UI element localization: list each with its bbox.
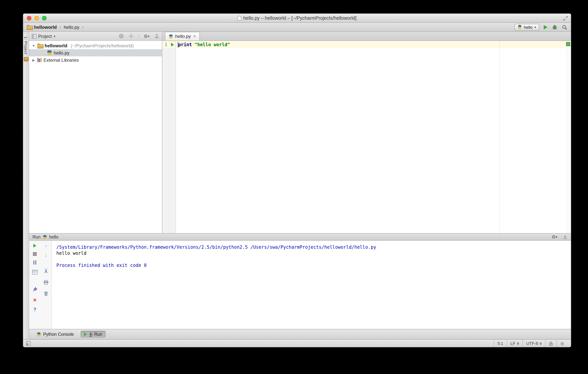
console-line: /System/Library/Frameworks/Python.framew… <box>56 244 567 250</box>
python-console-toolwindow-button[interactable]: Python Console <box>33 331 77 338</box>
right-margin-line <box>499 41 500 233</box>
zoom-window-button[interactable] <box>42 16 47 21</box>
caret-position[interactable]: 5:1 <box>494 339 507 347</box>
window-title: hello.py – helloworld – [~/PycharmProjec… <box>243 15 357 21</box>
crosshair-icon <box>128 34 133 39</box>
editor-tab-bar: hello.py ✕ <box>162 32 571 41</box>
readonly-toggle[interactable] <box>545 339 556 347</box>
gear-icon: ⚙ <box>551 235 556 239</box>
project-toolwindow-icon[interactable] <box>24 57 28 62</box>
pycharm-window: hello.py – helloworld – [~/PycharmProjec… <box>23 13 571 348</box>
document-proxy-icon <box>238 16 242 20</box>
fullscreen-icon[interactable] <box>563 16 568 21</box>
toolwindow-bar: Python Console 4: Run <box>29 329 571 339</box>
run-toolbar-column-2: ↑ ↓ <box>41 241 52 329</box>
stop-button[interactable] <box>33 252 37 256</box>
print-button[interactable] <box>43 279 48 286</box>
settings-button[interactable]: ⚙ ▾ <box>144 34 149 38</box>
tree-row-project-root[interactable]: ▼ helloworld (~/PycharmProjects/hellowor… <box>29 42 162 49</box>
help-button[interactable]: ? <box>33 307 36 312</box>
pause-output-button[interactable] <box>33 260 36 265</box>
run-toolwindow-header: Run hello ⚙ ▾ <box>29 233 571 241</box>
editor-body[interactable]: 1 print "hello world" <box>162 41 571 233</box>
show-console-button[interactable] <box>32 269 37 276</box>
prev-occurrence-button[interactable]: ↑ <box>45 244 47 248</box>
code-area[interactable]: print "hello world" <box>176 41 566 233</box>
scroll-to-end-button[interactable] <box>43 268 48 275</box>
console-line <box>56 256 567 262</box>
run-toolbar-column-1: ✕ ? <box>29 241 41 329</box>
editor-tab-hello-py[interactable]: hello.py ✕ <box>165 32 200 41</box>
hector-icon <box>560 341 565 346</box>
project-panel-header: Project ▾ <box>29 32 162 41</box>
breadcrumb-file[interactable]: hello.py <box>64 24 79 30</box>
console-output[interactable]: /System/Library/Frameworks/Python.framew… <box>52 241 571 329</box>
pin-button[interactable] <box>32 287 37 293</box>
run-settings-button[interactable]: ⚙ ▾ <box>551 235 557 239</box>
hide-toolwindow-button[interactable] <box>563 235 567 239</box>
tree-row-external-libraries[interactable]: ▶ External Libraries <box>29 56 162 64</box>
line-number: 1 <box>165 42 167 47</box>
run-toolwindow-button[interactable]: 4: Run <box>81 331 105 338</box>
code-string: "hello world" <box>194 42 230 47</box>
run-toolwindow-title: Run <box>32 235 41 239</box>
close-cross-button[interactable] <box>119 34 124 39</box>
project-toolwindow-tab[interactable]: 1: Project <box>24 36 28 54</box>
spinner-arrows-icon <box>540 342 542 345</box>
clear-console-button[interactable] <box>44 291 48 298</box>
tree-row-hello-py[interactable]: hello.py <box>29 49 162 56</box>
titlebar[interactable]: hello.py – helloworld – [~/PycharmProjec… <box>23 14 571 23</box>
collapse-all-icon <box>154 34 159 39</box>
search-icon <box>562 24 567 30</box>
code-keyword: print <box>178 42 192 47</box>
debug-button[interactable] <box>552 24 557 30</box>
libraries-icon <box>37 58 42 62</box>
folder-icon <box>37 43 43 48</box>
scroll-from-source-button[interactable] <box>128 34 133 39</box>
project-panel-title[interactable]: Project <box>38 34 52 38</box>
error-stripe <box>566 41 571 233</box>
hide-icon <box>563 235 567 239</box>
chevron-icon: › <box>59 24 61 30</box>
tree-node-name: helloworld <box>45 43 67 48</box>
python-icon <box>518 25 522 29</box>
console-icon <box>32 270 37 274</box>
tree-expanded-icon[interactable]: ▼ <box>32 44 36 47</box>
rerun-button[interactable] <box>33 244 36 247</box>
breadcrumb-project[interactable]: helloworld <box>34 24 57 30</box>
code-line-1: print "hello world" <box>176 41 566 48</box>
python-console-label: Python Console <box>43 332 74 337</box>
python-file-icon <box>169 34 173 38</box>
next-occurrence-button[interactable]: ↓ <box>45 253 47 257</box>
line-separator-select[interactable]: LF <box>507 339 523 347</box>
toolwindow-toggle-icon[interactable] <box>26 341 31 346</box>
console-line: Process finished with exit code 0 <box>56 262 567 268</box>
tree-node-path: (~/PycharmProjects/helloworld) <box>71 43 134 48</box>
run-button[interactable] <box>544 25 547 29</box>
close-toolwindow-button[interactable]: ✕ <box>33 298 37 302</box>
tree-collapsed-icon[interactable]: ▶ <box>32 58 36 62</box>
chevron-down-icon[interactable]: ▾ <box>54 34 55 38</box>
desktop: hello.py – helloworld – [~/PycharmProjec… <box>0 0 588 374</box>
editor-panel: hello.py ✕ 1 <box>162 32 571 233</box>
run-line-icon[interactable] <box>171 43 174 46</box>
chevron-down-icon: ▾ <box>556 235 557 239</box>
close-window-button[interactable] <box>27 16 32 21</box>
run-toolwindow-content: ✕ ? ↑ ↓ <box>29 241 571 329</box>
run-icon <box>84 332 87 336</box>
navigation-bar: helloworld › hello.py › hello ▾ <box>23 23 571 32</box>
bug-icon <box>552 24 557 30</box>
run-configuration-select[interactable]: hello ▾ <box>514 24 539 31</box>
run-toolwindow-button-label: 4: Run <box>89 332 102 337</box>
minimize-window-button[interactable] <box>34 16 39 21</box>
editor-split: Project ▾ <box>29 32 571 233</box>
inspection-status-indicator[interactable] <box>566 42 570 46</box>
search-button[interactable] <box>562 24 567 30</box>
tree-node-name: hello.py <box>54 50 69 55</box>
run-toolwindow: Run hello ⚙ ▾ <box>29 233 571 329</box>
collapse-all-button[interactable] <box>154 34 159 39</box>
project-panel: Project ▾ <box>29 32 162 233</box>
inspections-profile-button[interactable] <box>556 339 568 347</box>
encoding-select[interactable]: UTF-8 <box>523 339 545 347</box>
close-tab-icon[interactable]: ✕ <box>193 34 196 38</box>
